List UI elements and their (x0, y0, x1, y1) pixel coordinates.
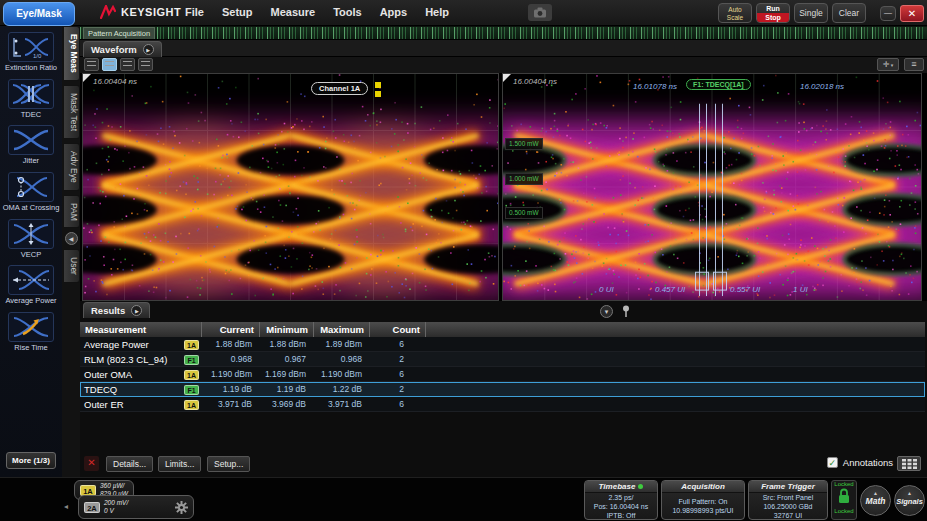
annotations-checkbox[interactable]: ✓ (827, 457, 838, 468)
channel-1a-badge-small: 1A (80, 485, 96, 496)
more-measurements-button[interactable]: More (1/3) (6, 452, 56, 469)
menu-apps[interactable]: Apps (380, 6, 408, 18)
tab-user[interactable]: User (64, 249, 80, 283)
table-row-rlm[interactable]: RLM (802.3 CL_94)F1 0.968 0.967 0.968 2 (80, 352, 925, 367)
main-area: Pattern Acquisition Waveform ▶ ✛ ▾ ≡ 16.… (80, 26, 927, 477)
collapse-results-icon[interactable]: ▾ (600, 305, 613, 318)
close-button[interactable]: ✕ (900, 5, 924, 22)
screenshot-camera-button[interactable] (528, 4, 552, 21)
marker-corner-wedge (503, 74, 511, 82)
camera-icon (533, 7, 547, 18)
lock-icon (837, 488, 851, 504)
menu-tools[interactable]: Tools (333, 6, 362, 18)
gear-icon[interactable] (175, 501, 188, 514)
tab-mask-test[interactable]: Mask Test (64, 85, 80, 139)
results-table-header: Measurement Current Minimum Maximum Coun… (80, 322, 925, 337)
math-button[interactable]: ▲ Math (860, 485, 891, 516)
minimize-button[interactable]: — (880, 6, 896, 21)
collapse-channels-icon[interactable]: ◂ (64, 502, 68, 511)
signals-button[interactable]: ▲ Signals (894, 485, 925, 516)
setup-button[interactable]: Setup... (207, 456, 250, 472)
table-row-outer-oma[interactable]: Outer OMA1A 1.190 dBm 1.169 dBm 1.190 dB… (80, 367, 925, 382)
eye-mask-mode-button[interactable]: Eye/Mask (3, 2, 75, 26)
threshold-label-upper: 1.500 mW (505, 138, 543, 150)
menu-measure[interactable]: Measure (271, 6, 316, 18)
auto-scale-button[interactable]: Auto Scale (718, 3, 752, 23)
channel-2a-chip[interactable]: 2A 200 mV/0 V (78, 495, 194, 519)
delete-measurement-icon[interactable]: ✕ (84, 456, 99, 471)
layout-stacked-button[interactable] (120, 58, 135, 71)
channel-1a-badge[interactable]: Channel 1A (311, 82, 368, 95)
results-tab[interactable]: Results ▶ (83, 302, 150, 318)
pattern-overview-waveform (80, 27, 927, 39)
menu-file[interactable]: File (185, 6, 204, 18)
timestamp-label: 16.00404 ns (513, 77, 557, 86)
keysight-spark-icon (100, 5, 116, 19)
eye-diagram-area: 16.00404 ns Channel 1A 16.00404 ns 16.01… (80, 73, 927, 301)
time-marker-2: 16.02018 ns (800, 82, 844, 91)
title-bar: Eye/Mask KEYSIGHT File Setup Measure Too… (0, 0, 927, 26)
grid-icon (902, 459, 917, 469)
source-badge: F1 (184, 355, 199, 365)
eye-diagram-channel-1a[interactable]: 16.00404 ns Channel 1A (82, 73, 499, 301)
measurement-sidebar: 1/0 Extinction Ratio TDEC Jitter (0, 26, 62, 477)
layout-single-button[interactable] (84, 58, 99, 71)
source-badge: 1A (184, 370, 199, 380)
menu-setup[interactable]: Setup (222, 6, 253, 18)
run-stop-button[interactable]: Run Stop (756, 3, 790, 23)
display-menu-button[interactable]: ≡ (904, 58, 924, 71)
rise-time-icon (11, 315, 51, 339)
waveform-tab-menu-icon[interactable]: ▶ (143, 44, 154, 55)
tab-pam[interactable]: PAM (64, 195, 80, 229)
pin-icon[interactable] (621, 305, 631, 318)
ui-label-0: 0 UI (599, 285, 614, 294)
channel-indicator-square (375, 91, 381, 97)
tab-adv-eye[interactable]: Adv Eye (64, 143, 80, 191)
layout-grid-button[interactable] (138, 58, 153, 71)
source-badge: 1A (184, 340, 199, 350)
annotations-toggle[interactable]: ✓ Annotations (827, 457, 893, 468)
limits-button[interactable]: Limits... (158, 456, 201, 472)
sidebar-item-jitter[interactable]: Jitter (0, 125, 62, 166)
source-badge: 1A (184, 400, 199, 410)
sidebar-item-tdec[interactable]: TDEC (0, 79, 62, 120)
flexdca-window: Eye/Mask KEYSIGHT File Setup Measure Too… (0, 0, 927, 521)
timebase-status-dot (638, 484, 643, 489)
eye-diagram-tdecq-function[interactable]: 16.00404 ns 16.01078 ns F1: TDECQ[1A] 16… (502, 73, 922, 301)
tdecq-function-badge[interactable]: F1: TDECQ[1A] (686, 79, 751, 90)
sidebar-item-rise-time[interactable]: Rise Time (0, 312, 62, 353)
frame-trigger-panel[interactable]: Frame Trigger Src: Front Panel 106.25000… (748, 480, 828, 520)
threshold-label-middle: 1.000 mW (505, 173, 543, 185)
single-button[interactable]: Single (794, 3, 828, 23)
pan-zoom-button[interactable]: ✛ ▾ (877, 58, 899, 71)
layout-split-button[interactable] (102, 58, 117, 71)
timebase-panel[interactable]: Timebase 2.35 ps/ Pos: 16.00404 ns IPTB:… (584, 480, 658, 520)
marker-corner-wedge (83, 74, 91, 82)
tab-eye-meas[interactable]: Eye Meas (64, 26, 80, 81)
sidebar-item-oma-at-crossing[interactable]: OMA at Crossing (0, 172, 62, 213)
jitter-icon (11, 128, 51, 152)
results-tab-menu-icon[interactable]: ▶ (131, 305, 142, 316)
clear-button[interactable]: Clear (832, 3, 866, 23)
eye-diagram-left-plot (83, 74, 498, 300)
time-marker-1: 16.01078 ns (633, 82, 677, 91)
sidebar-item-vecp[interactable]: VECP (0, 219, 62, 260)
source-badge: F1 (184, 385, 199, 395)
collapse-sidebar-button[interactable]: ◀ (65, 232, 78, 245)
brand-text: KEYSIGHT (121, 6, 181, 18)
details-button[interactable]: Details... (106, 456, 153, 472)
menu-help[interactable]: Help (425, 6, 449, 18)
acquisition-panel[interactable]: Acquisition Full Pattern: On 10.98998993… (661, 480, 745, 520)
table-layout-button[interactable] (897, 456, 921, 471)
sidebar-item-extinction-ratio[interactable]: 1/0 Extinction Ratio (0, 32, 62, 73)
table-row-tdecq[interactable]: TDECQF1 1.19 dB 1.19 dB 1.22 dB 2 (80, 382, 925, 397)
waveform-tab[interactable]: Waveform ▶ (83, 41, 162, 57)
pattern-lock-indicator: Locked Locked (831, 480, 857, 520)
sidebar-item-average-power[interactable]: Average Power (0, 265, 62, 306)
vecp-icon (11, 222, 51, 246)
pattern-acquisition-strip[interactable]: Pattern Acquisition (80, 26, 927, 40)
average-power-icon (11, 268, 51, 292)
table-row-average-power[interactable]: Average Power1A 1.88 dBm 1.88 dBm 1.89 d… (80, 337, 925, 352)
table-row-outer-er[interactable]: Outer ER1A 3.971 dB 3.969 dB 3.971 dB 6 (80, 397, 925, 412)
eye-diagram-right-plot (503, 74, 921, 300)
